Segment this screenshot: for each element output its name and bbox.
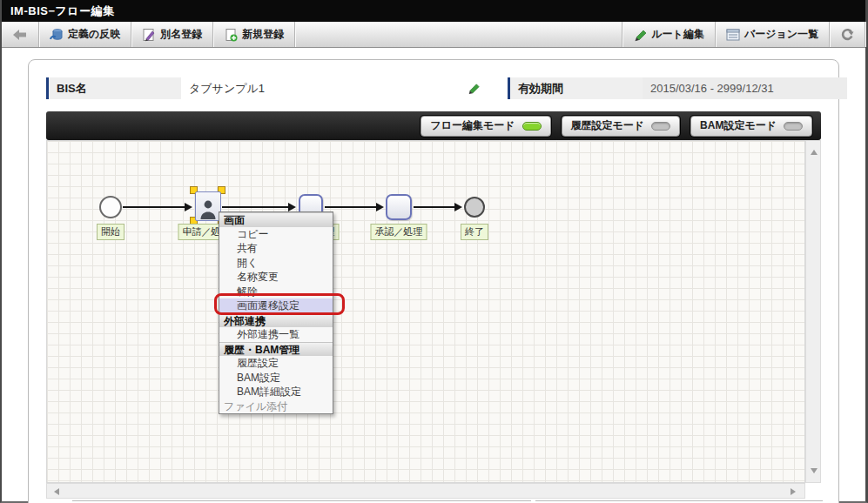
- route-edit-icon: [633, 28, 647, 42]
- flow-connector: [325, 206, 376, 208]
- valid-period-value: 2015/03/16 - 2999/12/31: [643, 77, 847, 99]
- mode-flow-edit-label: フロー編集モード: [430, 118, 515, 133]
- content-area: BIS名 タブサンプル1 有効期間 2015/03/16 - 2999/12/3…: [2, 48, 865, 500]
- menu-item-history-setting[interactable]: 履歴設定: [219, 356, 333, 371]
- bottom-divider: [535, 500, 823, 501]
- mode-bar: フロー編集モード 履歴設定モード BAM設定モード: [46, 111, 821, 140]
- annotation-highlight-box: [214, 293, 345, 315]
- reflect-definition-label: 定義の反映: [68, 27, 120, 42]
- scroll-down-icon[interactable]: [811, 468, 818, 473]
- arrowhead-icon: [185, 203, 192, 211]
- route-edit-label: ルート編集: [651, 27, 704, 42]
- mode-bam-label: BAM設定モード: [700, 118, 777, 133]
- valid-period-label: 有効期間: [508, 77, 643, 99]
- canvas-horizontal-scrollbar[interactable]: [46, 483, 805, 499]
- menu-item-share[interactable]: 共有: [219, 241, 333, 256]
- mode-history-label: 履歴設定モード: [571, 118, 645, 133]
- title-bar: IM-BIS−フロー編集: [2, 0, 865, 22]
- new-register-icon: [224, 28, 238, 42]
- refresh-button[interactable]: [830, 22, 865, 47]
- menu-item-copy[interactable]: コピー: [219, 227, 333, 242]
- scroll-left-icon[interactable]: [54, 488, 59, 495]
- bis-name-edit-button[interactable]: [461, 77, 486, 99]
- route-edit-button[interactable]: ルート編集: [622, 22, 715, 47]
- end-node[interactable]: [464, 197, 485, 218]
- menu-item-rename[interactable]: 名称変更: [219, 270, 333, 285]
- version-list-button[interactable]: バージョン一覧: [716, 22, 829, 47]
- back-arrow-icon: [12, 29, 28, 41]
- toolbar: 定義の反映 別名登録 新規登録: [2, 22, 865, 48]
- mode-button-history-setting[interactable]: 履歴設定モード: [562, 116, 681, 137]
- reflect-definition-button[interactable]: 定義の反映: [39, 22, 131, 47]
- canvas-vertical-scrollbar[interactable]: [805, 140, 821, 483]
- scroll-right-icon[interactable]: [791, 488, 796, 495]
- mode-button-bam-setting[interactable]: BAM設定モード: [690, 116, 812, 137]
- start-node[interactable]: [99, 196, 122, 218]
- alias-register-icon: [142, 28, 156, 42]
- db-sync-icon: [50, 28, 64, 42]
- arrowhead-icon: [376, 203, 384, 211]
- alias-register-label: 別名登録: [160, 27, 202, 42]
- new-register-button[interactable]: 新規登録: [213, 22, 294, 47]
- flow-canvas[interactable]: 開始 申請／処理 申請／処理 承認／処理 終了: [46, 140, 821, 499]
- menu-item-external-link-list[interactable]: 外部連携一覧: [219, 327, 333, 342]
- scroll-up-icon[interactable]: [811, 150, 818, 155]
- toolbar-left-group: 定義の反映 別名登録 新規登録: [2, 22, 295, 47]
- menu-item-bam-detail-setting[interactable]: BAM詳細設定: [219, 385, 333, 399]
- context-menu-header-history-bam: 履歴・BAM管理: [219, 342, 333, 357]
- approve-task-node[interactable]: [386, 194, 412, 220]
- mode-button-flow-edit[interactable]: フロー編集モード: [421, 116, 550, 137]
- toolbar-right-group: ルート編集 バージョン一覧: [622, 22, 865, 47]
- arrowhead-icon: [454, 203, 462, 211]
- bis-name-value: タブサンプル1: [181, 77, 461, 99]
- approve-node-label: 承認／処理: [371, 224, 427, 240]
- edit-pencil-icon: [468, 82, 481, 95]
- start-node-label: 開始: [97, 224, 124, 240]
- back-button[interactable]: [2, 22, 38, 47]
- toggle-off-indicator-icon: [651, 122, 670, 131]
- version-list-icon: [726, 29, 740, 41]
- context-menu-header-screen: 画面: [219, 212, 333, 227]
- menu-item-file-attach[interactable]: ファイル添付: [219, 399, 333, 414]
- version-list-label: バージョン一覧: [744, 27, 818, 42]
- app-window: IM-BIS−フロー編集 定義の反映: [0, 0, 868, 503]
- flow-connector: [414, 206, 454, 208]
- toggle-on-indicator-icon: [522, 122, 542, 131]
- flow-edit-panel: BIS名 タブサンプル1 有効期間 2015/03/16 - 2999/12/3…: [28, 59, 839, 503]
- arrowhead-icon: [288, 203, 296, 211]
- scrollbar-corner: [805, 483, 821, 499]
- refresh-icon: [840, 28, 854, 42]
- flow-connector: [123, 206, 185, 208]
- end-node-label: 終了: [461, 224, 488, 240]
- menu-item-open[interactable]: 開く: [219, 256, 333, 271]
- page-title: IM-BIS−フロー編集: [10, 3, 115, 19]
- bottom-divider: [72, 500, 531, 501]
- apply-task-node[interactable]: [195, 191, 221, 221]
- bis-name-label: BIS名: [46, 77, 181, 99]
- flow-grid[interactable]: [46, 140, 805, 483]
- menu-item-bam-setting[interactable]: BAM設定: [219, 371, 333, 386]
- alias-register-button[interactable]: 別名登録: [131, 22, 212, 47]
- toolbar-separator: [294, 22, 295, 47]
- toggle-off-indicator-icon: [784, 122, 803, 131]
- info-bar-spacer: [486, 77, 508, 99]
- flow-connector: [222, 206, 288, 208]
- toolbar-separator: [865, 22, 865, 47]
- new-register-label: 新規登録: [242, 27, 284, 42]
- person-icon: [198, 198, 219, 220]
- info-bar: BIS名 タブサンプル1 有効期間 2015/03/16 - 2999/12/3…: [46, 77, 847, 99]
